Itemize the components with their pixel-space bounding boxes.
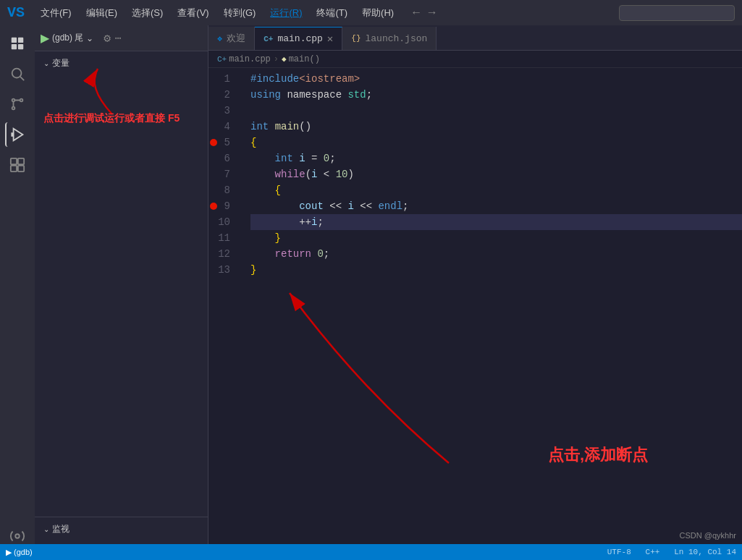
breakpoint-5[interactable] (210, 139, 217, 146)
code-editor[interactable]: 1 2 3 4 5 6 7 8 9 10 11 12 13 (208, 68, 742, 560)
menu-select[interactable]: 选择(S) (127, 5, 167, 21)
debug-more-icon[interactable]: ⋯ (115, 32, 121, 44)
token: endl (378, 198, 402, 214)
menu-terminal[interactable]: 终端(T) (312, 5, 352, 21)
token: << (354, 198, 379, 214)
line-num-6: 6 (208, 150, 237, 166)
tab-bar: ❖ 欢迎 C+ main.cpp ✕ {} launch.json (208, 25, 742, 51)
token (311, 246, 317, 262)
token: } (275, 230, 281, 246)
line-num-9: 9 (208, 198, 237, 214)
debug-play-button[interactable]: ▶ (gdb) 尾 ⌄ (41, 31, 93, 45)
svg-marker-9 (14, 129, 23, 141)
activity-explorer[interactable] (5, 31, 30, 56)
svg-point-6 (12, 99, 15, 102)
code-line-1: #include<iostream> (250, 71, 742, 87)
svg-rect-11 (11, 158, 17, 164)
activity-debug[interactable] (5, 122, 30, 147)
debug-gear-icon[interactable]: ⚙ (104, 31, 111, 46)
variables-section: ⌄ 变量 (35, 51, 208, 517)
tab-welcome[interactable]: ❖ 欢迎 (208, 27, 255, 50)
svg-rect-0 (12, 38, 17, 43)
token: ++ (250, 214, 311, 230)
vscode-logo: VS (7, 4, 25, 21)
tab-welcome-label: 欢迎 (227, 32, 245, 45)
token: } (250, 262, 256, 278)
breadcrumb-func-label: main() (289, 54, 320, 64)
token (250, 230, 275, 246)
svg-line-5 (20, 77, 24, 80)
token: cout (299, 198, 324, 214)
menu-run[interactable]: 运行(R) (266, 5, 306, 21)
line-num-4: 4 (208, 119, 237, 135)
forward-arrow[interactable]: → (426, 5, 439, 21)
token: i (311, 166, 317, 182)
menu-help[interactable]: 帮助(H) (358, 5, 398, 21)
code-line-13: } (250, 262, 742, 278)
token: = (305, 150, 324, 166)
token: i (299, 150, 305, 166)
token: ; (402, 198, 408, 214)
breadcrumb-file-label: main.cpp (229, 54, 271, 64)
tab-launch-json-label: launch.json (366, 33, 428, 44)
menu-edit[interactable]: 编辑(E) (82, 5, 122, 21)
token (250, 198, 299, 214)
main-layout: ▶ (gdb) 尾 ⌄ ⚙ ⋯ ⌄ 变量 ⌄ 监视 ❖ (0, 25, 742, 560)
activity-git[interactable] (5, 92, 30, 116)
token: #include (250, 71, 299, 87)
line-num-13: 13 (208, 262, 237, 278)
svg-rect-2 (12, 44, 17, 49)
svg-point-7 (20, 99, 23, 102)
token: ; (366, 87, 372, 103)
code-line-11: } (250, 230, 742, 246)
token: int (275, 150, 293, 166)
welcome-tab-icon: ❖ (217, 33, 222, 44)
tab-main-cpp[interactable]: C+ main.cpp ✕ (255, 27, 342, 50)
line-num-8: 8 (208, 182, 237, 198)
titlebar-search[interactable] (619, 5, 735, 21)
token: { (250, 135, 256, 150)
token: main (275, 119, 300, 135)
line-num-12: 12 (208, 246, 237, 262)
menu-file[interactable]: 文件(F) (36, 5, 76, 21)
back-arrow[interactable]: ← (410, 5, 423, 21)
breakpoint-9[interactable] (210, 203, 217, 210)
token: int (250, 119, 269, 135)
line-num-3: 3 (208, 103, 237, 119)
token: namespace (281, 87, 347, 103)
token: 0 (317, 246, 323, 262)
cpp-tab-icon: C+ (264, 35, 273, 43)
activity-search[interactable] (5, 61, 30, 86)
sidebar: ▶ (gdb) 尾 ⌄ ⚙ ⋯ ⌄ 变量 ⌄ 监视 (35, 25, 208, 560)
svg-rect-3 (18, 44, 23, 49)
token: < (317, 166, 335, 182)
code-line-7: while(i < 10) (250, 166, 742, 182)
token: <iostream> (299, 71, 360, 87)
breadcrumb-func[interactable]: ◆ main() (282, 54, 320, 64)
svg-point-4 (12, 69, 22, 78)
menu-goto[interactable]: 转到(G) (219, 5, 261, 21)
breadcrumb-file[interactable]: C+ main.cpp (217, 54, 271, 64)
code-line-10: ++i; (250, 214, 742, 230)
token: ; (317, 214, 323, 230)
tab-main-cpp-label: main.cpp (277, 33, 322, 44)
token: while (275, 166, 305, 182)
activity-extensions[interactable] (5, 153, 30, 177)
breadcrumb: C+ main.cpp › ◆ main() (208, 51, 742, 68)
variables-header[interactable]: ⌄ 变量 (41, 54, 202, 72)
tab-close-icon[interactable]: ✕ (327, 33, 333, 45)
token: 10 (336, 166, 348, 182)
breadcrumb-file-icon: C+ (217, 55, 227, 64)
token: () (299, 119, 311, 135)
breadcrumb-func-icon: ◆ (282, 54, 287, 64)
tab-launch-json[interactable]: {} launch.json (342, 27, 437, 50)
code-line-12: return 0; (250, 246, 742, 262)
menu-view[interactable]: 查看(V) (173, 5, 213, 21)
token: return (275, 246, 311, 262)
token (250, 166, 275, 182)
titlebar: VS 文件(F) 编辑(E) 选择(S) 查看(V) 转到(G) 运行(R) 终… (0, 0, 742, 25)
watch-header[interactable]: ⌄ 监视 (41, 520, 202, 538)
watermark: CSDN @qykhhr (680, 531, 736, 540)
token: ; (324, 246, 329, 262)
token (250, 150, 275, 166)
